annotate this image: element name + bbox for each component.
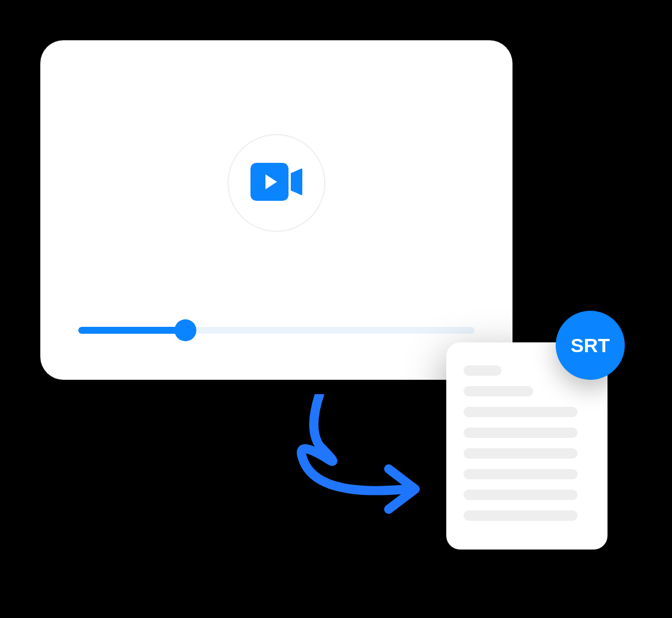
doc-text-line bbox=[464, 490, 578, 500]
doc-text-line bbox=[464, 407, 578, 417]
video-camera-icon bbox=[250, 163, 302, 203]
srt-format-badge: SRT bbox=[556, 311, 625, 380]
video-player-card bbox=[40, 40, 512, 380]
progress-thumb[interactable] bbox=[174, 319, 196, 341]
srt-badge-label: SRT bbox=[571, 334, 610, 357]
doc-text-line bbox=[464, 386, 533, 396]
video-progress-slider[interactable] bbox=[78, 327, 475, 334]
progress-fill bbox=[78, 327, 185, 334]
doc-text-line bbox=[464, 510, 578, 521]
doc-text-line bbox=[464, 469, 578, 479]
doc-text-line bbox=[464, 448, 578, 459]
play-video-button[interactable] bbox=[227, 134, 325, 232]
doc-text-line bbox=[464, 428, 578, 438]
flow-arrow-icon bbox=[268, 394, 429, 527]
doc-text-line bbox=[464, 365, 502, 376]
